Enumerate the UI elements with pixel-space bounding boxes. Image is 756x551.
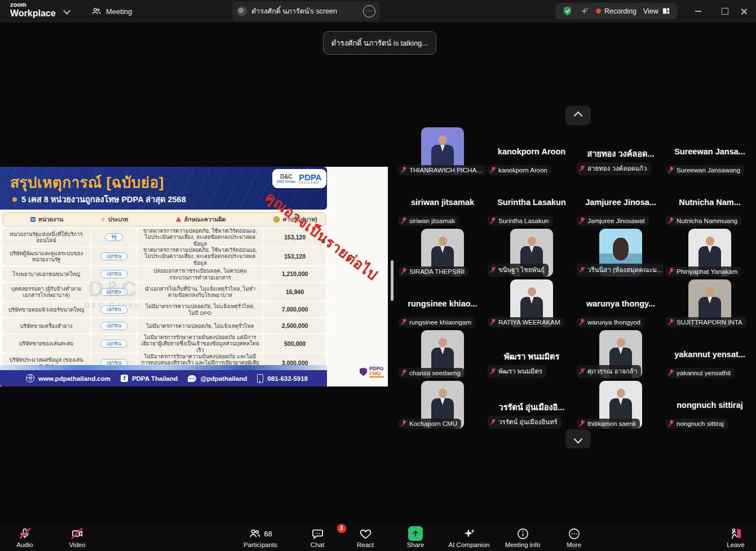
- slide-title: สรุปเหตุการณ์ [ฉบับย่อ]: [10, 171, 164, 194]
- participant-tile[interactable]: thitikamon saenli: [576, 380, 665, 430]
- participant-display-name: Jamjuree Jinosa...: [576, 198, 665, 207]
- minimize-button[interactable]: [687, 0, 709, 23]
- react-button[interactable]: React: [340, 526, 391, 548]
- participant-display-name: พัฒรา พนมมิตร: [487, 350, 576, 363]
- participant-name-label: Surintha Lasakun: [488, 216, 553, 226]
- gallery-scroll-up-button[interactable]: [565, 106, 591, 125]
- footer-accent-bar: [0, 365, 327, 370]
- tab-shared-screen[interactable]: ดำรงศักดิ์ นภารัตน์'s screen ···: [232, 2, 380, 21]
- leave-door-icon: [729, 527, 742, 540]
- participant-tile[interactable]: วรินนิสา (ห้องสมุดคณะม...: [576, 228, 665, 278]
- participant-tile[interactable]: RATIYA WEERAKAM: [487, 278, 576, 329]
- participant-tile[interactable]: ขนิษฐา ไชยพันธุ์: [487, 228, 576, 278]
- phone-icon: [257, 374, 263, 383]
- participant-tile[interactable]: ศุภวรรณ อาจกล้า: [576, 329, 665, 380]
- security-shield-icon[interactable]: [562, 6, 573, 16]
- participant-display-name: kanokporn Aroon: [487, 147, 576, 156]
- table-row: หน่วยงานรัฐแห่งหนึ่งที่ให้บริการออนไลน์ …: [2, 228, 326, 246]
- chevron-up-icon: [574, 111, 583, 120]
- agency-icon: [30, 217, 36, 222]
- participant-display-name: Nutnicha Nam...: [665, 198, 754, 207]
- participant-tile[interactable]: สายทอง วงค์ลอด... สายทอง วงค์ลอดแก้ว: [576, 126, 665, 177]
- tab-meeting[interactable]: Meeting: [91, 0, 132, 23]
- participant-tile[interactable]: Nutnicha Nam... Nutnicha Nammuang: [665, 177, 754, 228]
- share-button[interactable]: Share: [390, 526, 441, 548]
- participant-tile[interactable]: Kochaporn CMU: [398, 380, 487, 430]
- type-badge: เอกชน: [100, 305, 127, 314]
- meeting-info-button[interactable]: Meeting info: [497, 526, 548, 548]
- participant-tile[interactable]: kanokporn Aroon kanokporn Aroon: [487, 126, 576, 177]
- mic-muted-icon: [401, 420, 407, 427]
- participant-display-name: nongnuch sittiraj: [665, 401, 754, 410]
- participant-tile[interactable]: rungsinee khiao... rungsinee khiaongam: [398, 278, 487, 329]
- info-icon: [516, 527, 529, 540]
- participant-display-name: Surintha Lasakun: [487, 198, 576, 207]
- brand-zoom: zoom: [10, 2, 56, 8]
- mic-muted-icon: [490, 266, 496, 274]
- more-button[interactable]: More: [549, 526, 599, 548]
- participant-tile[interactable]: warunya thongy... warunya thongyod: [576, 278, 665, 329]
- table-row: บริษัทขายเครื่องสำอาง เอกชน ไม่มีมาตรการ…: [2, 318, 326, 334]
- participant-name-label: ขนิษฐา ไชยพันธุ์: [488, 264, 549, 277]
- participant-tile[interactable]: nongnuch sittiraj nongnuch sittiraj: [665, 380, 754, 430]
- participant-name-label: chansa seedaeng: [399, 368, 465, 378]
- participant-display-name: yakannut yensat...: [665, 350, 754, 359]
- audio-button[interactable]: Audio: [0, 526, 50, 548]
- tab-shared-screen-label: ดำรงศักดิ์ นภารัตน์'s screen: [251, 6, 359, 17]
- type-badge: เอกชน: [100, 270, 127, 278]
- participant-tile[interactable]: Surintha Lasakun Surintha Lasakun: [487, 177, 576, 228]
- chat-button[interactable]: 1 Chat: [292, 526, 343, 548]
- participant-tile[interactable]: chansa seedaeng: [398, 329, 487, 380]
- participant-name-label: Jamjuree Jinosawat: [577, 216, 649, 226]
- globe-icon: [26, 374, 34, 383]
- participant-tile[interactable]: Phinyaphat Yanakam: [665, 228, 754, 278]
- participant-name-label: Sureewan Jansawang: [666, 165, 744, 175]
- gallery-scrollbar[interactable]: [391, 260, 394, 301]
- pdpg-cmu-logo: PDPG CMU: [360, 366, 384, 377]
- participant-name-label: kanokporn Aroon: [488, 165, 551, 175]
- brand-workplace: Workplace: [10, 9, 56, 18]
- heart-icon: [359, 527, 372, 540]
- participant-tile[interactable]: วรรัตน์ อุ่นเมืองอิ... วรรัตน์ อุ่นเมือง…: [487, 380, 576, 430]
- participant-tile[interactable]: Sureewan Jansa... Sureewan Jansawang: [665, 126, 754, 177]
- participants-button[interactable]: 68 Participants: [235, 526, 286, 548]
- participant-name-label: Nutnicha Nammuang: [666, 216, 741, 226]
- participant-tile[interactable]: siriwan jitsamak siriwan jitsamak: [398, 177, 487, 228]
- type-icon: [101, 216, 105, 222]
- participant-name-label: SUJITTRAPORN INTA: [666, 317, 746, 327]
- recording-indicator[interactable]: Recording: [596, 7, 636, 15]
- workspace-chevron-down-icon[interactable]: [63, 7, 70, 15]
- tab-options-button[interactable]: ···: [363, 5, 375, 17]
- dsc-pdpa-logo: D&C DSC Group PDPA THAILAND: [272, 169, 326, 188]
- mic-muted-icon: [579, 165, 585, 172]
- mic-muted-icon: [668, 420, 674, 427]
- participants-gallery: THIANRAWICH PICHA... kanokporn Aroon kan…: [398, 126, 754, 430]
- ai-sparkle-icon[interactable]: [580, 6, 589, 16]
- mic-muted-icon: [490, 368, 496, 375]
- share-screen-icon: [408, 526, 423, 541]
- view-button[interactable]: View: [643, 7, 670, 15]
- mic-muted-icon: [579, 420, 585, 427]
- close-button[interactable]: [733, 0, 755, 23]
- participant-tile[interactable]: THIANRAWICH PICHA...: [398, 126, 487, 177]
- participant-display-name: siriwan jitsamak: [398, 198, 487, 207]
- ai-companion-button[interactable]: AI Companion: [444, 526, 494, 548]
- type-badge: เอกชน: [100, 322, 127, 330]
- mic-muted-icon: [579, 368, 585, 375]
- recording-label: Recording: [604, 7, 636, 15]
- video-button[interactable]: Video: [52, 526, 103, 548]
- participant-tile[interactable]: Jamjuree Jinosa... Jamjuree Jinosawat: [576, 177, 665, 228]
- participant-tile[interactable]: พัฒรา พนมมิตร พัฒรา พนมมิตร: [487, 329, 576, 380]
- slide-subtitle: 5 เคส 8 หน่วยงานถูกลงโทษ PDPA ล่าสุด 256…: [12, 193, 186, 206]
- participant-tile[interactable]: SUJITTRAPORN INTA: [665, 278, 754, 329]
- participant-tile[interactable]: yakannut yensat... yakannut yensathit: [665, 329, 754, 380]
- table-row: บริษัทขายคอมพิวเตอร์ขนาดใหญ่ เอกชน ไม่มี…: [2, 302, 326, 317]
- footer-line: @pdpathailand: [188, 375, 247, 382]
- gallery-scroll-down-button[interactable]: [565, 429, 591, 448]
- participant-tile[interactable]: SIRADA THEPSIRI: [398, 228, 487, 278]
- mic-muted-icon: [668, 369, 674, 376]
- leave-button[interactable]: Leave: [710, 526, 756, 548]
- participant-display-name: สายทอง วงค์ลอด...: [576, 147, 665, 160]
- participant-name-label: thitikamon saenli: [577, 419, 640, 429]
- type-badge: เอกชน: [100, 288, 127, 296]
